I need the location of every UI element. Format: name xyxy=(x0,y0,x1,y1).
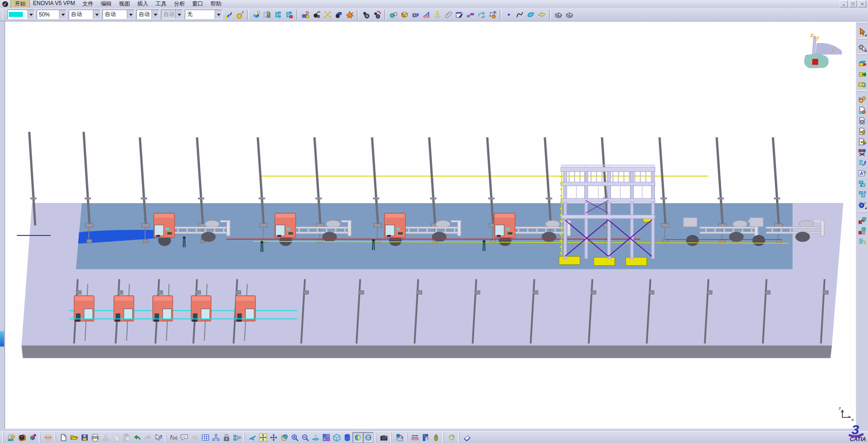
app-icon[interactable] xyxy=(2,1,9,7)
rotate-icon[interactable] xyxy=(279,432,289,443)
view-box-icon[interactable] xyxy=(251,9,262,20)
pan-icon[interactable] xyxy=(268,432,279,443)
line-weight-combo[interactable]: 自动 xyxy=(102,10,135,19)
weight-icon[interactable] xyxy=(431,432,441,443)
list-undo-icon[interactable] xyxy=(857,157,868,168)
paste-icon[interactable] xyxy=(121,432,132,443)
face-icon[interactable] xyxy=(536,9,547,20)
combo-dropdown-button[interactable] xyxy=(27,10,34,19)
doc-convert-icon[interactable] xyxy=(857,105,868,115)
zoom-in-icon[interactable] xyxy=(289,432,300,443)
measure-icon[interactable] xyxy=(410,432,420,443)
spline-icon[interactable] xyxy=(514,9,525,20)
measure-item-icon[interactable] xyxy=(388,9,399,20)
menu-item-3[interactable]: 文件 xyxy=(79,0,97,8)
viewport-3d[interactable]: z y x z x xyxy=(5,21,856,429)
toolbar-drag-handle[interactable] xyxy=(857,90,867,93)
comment-icon[interactable] xyxy=(179,432,189,443)
menu-item-5[interactable]: 视图 xyxy=(115,0,134,8)
toolbar-drag-handle[interactable] xyxy=(390,432,393,443)
point-symbol-combo[interactable]: 自动 xyxy=(136,10,159,19)
combo-dropdown-button[interactable] xyxy=(127,10,134,19)
toolbar-drag-handle[interactable] xyxy=(857,22,867,26)
combo-dropdown-button[interactable] xyxy=(151,10,159,19)
paste-structure-icon[interactable] xyxy=(857,189,868,199)
compass-anchor-square[interactable] xyxy=(812,59,818,65)
lock-icon[interactable] xyxy=(221,432,232,443)
toolbar-drag-handle[interactable] xyxy=(375,432,377,443)
gear-cursor-icon[interactable] xyxy=(857,42,868,53)
vpm-sync-icon[interactable] xyxy=(857,79,868,89)
toolbar-drag-handle[interactable] xyxy=(406,432,408,443)
new-doc-icon[interactable] xyxy=(58,432,69,443)
orange-burst-icon[interactable] xyxy=(344,9,355,20)
attach-icon[interactable] xyxy=(443,9,454,20)
menu-item-9[interactable]: 窗口 xyxy=(189,0,207,8)
tree-expand-icon[interactable] xyxy=(273,9,284,20)
angle-measure-icon[interactable]: 1 xyxy=(421,9,432,20)
point-icon[interactable] xyxy=(503,9,514,20)
copy-icon[interactable] xyxy=(111,432,121,443)
toolbar-drag-handle[interactable] xyxy=(2,432,5,443)
menu-item-2[interactable]: ENOVIA V5 VPM xyxy=(29,0,79,8)
combo-dropdown-button[interactable] xyxy=(93,10,100,19)
iso-view-icon[interactable] xyxy=(331,432,342,443)
toolbar-drag-handle[interactable] xyxy=(54,432,57,443)
camera-cube-icon[interactable] xyxy=(410,9,421,20)
menu-item-8[interactable]: 分析 xyxy=(170,0,189,8)
swirl-icon[interactable] xyxy=(446,432,457,443)
cut-icon[interactable] xyxy=(100,432,111,443)
menu-item-4[interactable]: 编辑 xyxy=(97,0,115,8)
toolbar-drag-handle[interactable] xyxy=(857,38,867,41)
zoom-level-combo[interactable]: 50% xyxy=(37,10,67,19)
help-icon[interactable]: ? xyxy=(153,432,163,443)
anchor-icon[interactable] xyxy=(432,9,443,20)
hide-show-icon[interactable] xyxy=(262,9,273,20)
shaded-icon[interactable] xyxy=(342,432,352,443)
list-export-icon[interactable] xyxy=(857,236,868,246)
section-box-icon[interactable] xyxy=(399,9,410,20)
toolbar-drag-handle[interactable] xyxy=(458,432,460,443)
render-icon[interactable] xyxy=(16,432,27,443)
select-cursor-icon[interactable] xyxy=(857,27,868,37)
normal-view-icon[interactable] xyxy=(310,432,321,443)
table-icon[interactable] xyxy=(200,432,210,443)
toolbar-drag-handle[interactable] xyxy=(39,432,41,443)
paintbrush-icon[interactable] xyxy=(223,9,234,20)
close-button[interactable] xyxy=(858,0,866,7)
print-icon[interactable] xyxy=(90,432,100,443)
shading-box-icon[interactable] xyxy=(352,432,363,443)
rgb-cube-icon[interactable] xyxy=(27,432,38,443)
doc-export-icon[interactable] xyxy=(857,126,868,136)
robot-flag-icon[interactable] xyxy=(311,9,322,20)
vpm-open-icon[interactable] xyxy=(857,58,868,68)
tree-collapse-icon[interactable] xyxy=(284,9,295,20)
redo-icon[interactable] xyxy=(142,432,153,443)
sphere-wand-icon[interactable] xyxy=(234,9,245,20)
menu-item-1[interactable]: 开始 xyxy=(11,0,29,8)
vpm-send-icon[interactable] xyxy=(857,68,868,79)
grid-snap-icon[interactable] xyxy=(43,432,53,443)
simulate-icon[interactable] xyxy=(394,432,404,443)
expand-arrows-icon[interactable] xyxy=(322,9,333,20)
tools-icon[interactable] xyxy=(465,9,476,20)
open-icon[interactable] xyxy=(69,432,79,443)
caliper-icon[interactable] xyxy=(420,432,431,443)
gears-orange-icon[interactable] xyxy=(857,94,868,105)
robot-red-icon[interactable] xyxy=(372,9,383,20)
minimize-button[interactable] xyxy=(840,0,848,7)
wand-teal-icon[interactable] xyxy=(6,432,16,443)
toolbar-drag-handle[interactable] xyxy=(857,53,867,57)
view-compass[interactable]: z y x xyxy=(804,32,842,68)
camera-icon[interactable] xyxy=(378,432,389,443)
select-box-icon[interactable] xyxy=(553,9,564,20)
menu-item-6[interactable]: 插入 xyxy=(134,0,152,8)
disconnect-icon[interactable] xyxy=(857,147,868,157)
wireframe-box-icon[interactable] xyxy=(363,432,373,443)
save-icon[interactable] xyxy=(79,432,90,443)
surface-icon[interactable] xyxy=(525,9,536,20)
render-style-combo[interactable]: 自动 xyxy=(161,10,183,19)
robot-wheel-icon[interactable] xyxy=(361,9,372,20)
toolbar-drag-handle[interactable] xyxy=(442,432,445,443)
combo-dropdown-button[interactable] xyxy=(175,10,183,19)
